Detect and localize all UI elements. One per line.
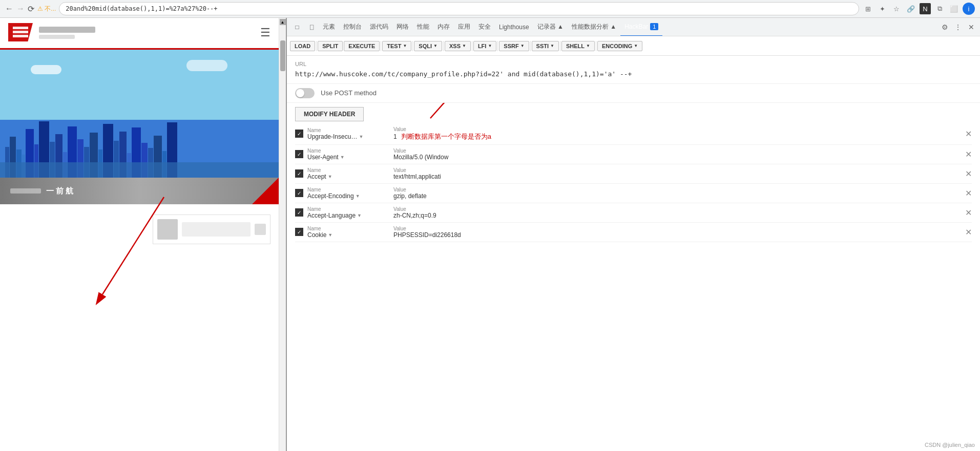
header-name-1: User-Agent <box>307 154 339 161</box>
url-value[interactable]: http://www.huscoke.com/tc/company_profil… <box>295 69 972 79</box>
header-checkbox-0[interactable]: ✓ <box>295 130 303 138</box>
user-avatar[interactable]: i <box>963 3 975 15</box>
hero-image <box>0 50 279 178</box>
svg-rect-2 <box>13 35 28 37</box>
header-checkbox-4[interactable]: ✓ <box>295 208 303 217</box>
tab-memory[interactable]: 内存 <box>433 18 454 36</box>
header-name-5: Cookie <box>307 231 326 239</box>
header-checkbox-2[interactable]: ✓ <box>295 169 303 178</box>
hackbar-shell-btn[interactable]: SHELL▼ <box>561 41 595 51</box>
tab-recorder[interactable]: 记录器 ▲ <box>533 18 568 36</box>
browser-icon-1[interactable]: ⊞ <box>862 3 873 14</box>
header-name-3: Accept-Encoding <box>307 192 354 200</box>
tab-network[interactable]: 网络 <box>392 18 413 36</box>
browser-icon-6[interactable]: ⧉ <box>934 3 945 14</box>
header-name-0: Upgrade-Insecu… <box>307 133 357 140</box>
tab-lighthouse[interactable]: Lighthouse <box>495 18 533 36</box>
reload-button[interactable]: ⟳ <box>28 4 34 14</box>
header-row-2: ✓ Name Accept ▼ Value text/html,applicat… <box>295 164 972 184</box>
banner-text: 一 前 航 <box>46 186 73 196</box>
annotation-text-0: 判断数据库第一个字母是否为a <box>401 132 491 141</box>
header-value-0: 1 <box>393 133 397 140</box>
forward-button[interactable]: → <box>16 4 25 13</box>
url-label: URL <box>295 61 972 67</box>
header-delete-1[interactable]: ✕ <box>965 149 972 159</box>
devtools-more[interactable]: ⋮ <box>952 22 964 33</box>
webpage-content: ☰ <box>0 18 279 451</box>
tab-performance[interactable]: 性能 <box>413 18 433 36</box>
tab-elements[interactable]: 元素 <box>319 18 339 36</box>
hackbar-ssrf-btn[interactable]: SSRF▼ <box>499 41 529 51</box>
header-delete-0[interactable]: ✕ <box>965 129 972 139</box>
header-checkbox-5[interactable]: ✓ <box>295 228 303 236</box>
hackbar-split-btn[interactable]: SPLIT <box>318 41 343 51</box>
hackbar-execute-btn[interactable]: EXECUTE <box>344 41 380 51</box>
address-bar[interactable]: 20and%20mid(database(),1,1)=%27a%27%20--… <box>59 2 859 15</box>
header-row-0: ✓ Name Upgrade-Insecu… ▼ Value 1 <box>295 123 972 145</box>
devtools-settings[interactable]: ⚙ <box>939 22 950 33</box>
post-method-toggle[interactable] <box>295 88 315 98</box>
devtools-icon-1[interactable]: □ <box>290 20 304 34</box>
header-delete-3[interactable]: ✕ <box>965 188 972 198</box>
browser-icon-4[interactable]: 🔗 <box>905 3 916 14</box>
hackbar-load-btn[interactable]: LOAD <box>290 41 315 51</box>
header-name-2: Accept <box>307 173 326 180</box>
browser-icon-2[interactable]: ✦ <box>877 3 888 14</box>
hackbar-sqli-btn[interactable]: SQLI▼ <box>414 41 442 51</box>
devtools-panel: □ ⎕ 元素 控制台 源代码 网络 性能 内存 应用 安全 Lighthouse… <box>287 18 980 451</box>
header-row-5: ✓ Name Cookie ▼ Value PHPSESSID=di226618… <box>295 223 972 242</box>
tab-console[interactable]: 控制台 <box>339 18 366 36</box>
header-row-3: ✓ Name Accept-Encoding ▼ Value gzip, def… <box>295 184 972 203</box>
back-button[interactable]: ← <box>5 4 13 13</box>
browser-icon-3[interactable]: ☆ <box>891 3 902 14</box>
hackbar-lfi-btn[interactable]: LFI▼ <box>473 41 496 51</box>
hackbar-encoding-btn[interactable]: ENCODING▼ <box>597 41 642 51</box>
header-name-4: Accept-Language <box>307 212 356 219</box>
devtools-close[interactable]: ✕ <box>966 22 977 33</box>
header-row-1: ✓ Name User-Agent ▼ Value Mozilla/5.0 (W… <box>295 145 972 164</box>
header-checkbox-1[interactable]: ✓ <box>295 150 303 158</box>
browser-icon-7[interactable]: ⬜ <box>948 3 960 14</box>
header-delete-5[interactable]: ✕ <box>965 227 972 237</box>
header-value-3: gzip, deflate <box>393 192 961 200</box>
tab-security[interactable]: 安全 <box>474 18 495 36</box>
devtools-icon-2[interactable]: ⎕ <box>304 20 319 34</box>
warning-icon: ⚠ 不... <box>37 5 56 13</box>
tab-performance-insights[interactable]: 性能数据分析 ▲ <box>568 18 620 36</box>
header-delete-4[interactable]: ✕ <box>965 208 972 218</box>
header-checkbox-3[interactable]: ✓ <box>295 189 303 197</box>
svg-rect-0 <box>13 27 28 29</box>
tab-sources[interactable]: 源代码 <box>366 18 392 36</box>
header-value-4: zh-CN,zh;q=0.9 <box>393 212 961 219</box>
hackbar-ssti-btn[interactable]: SSTI▼ <box>532 41 559 51</box>
browser-icon-5[interactable]: N <box>920 3 931 14</box>
hackbar-xss-btn[interactable]: XSS▼ <box>445 41 471 51</box>
header-delete-2[interactable]: ✕ <box>965 169 972 179</box>
hamburger-menu[interactable]: ☰ <box>260 26 270 39</box>
svg-line-6 <box>430 103 471 118</box>
company-logo <box>8 23 34 42</box>
post-method-label: Use POST method <box>321 89 377 97</box>
csdn-watermark: CSDN @julien_qiao <box>925 442 975 448</box>
tab-application[interactable]: 应用 <box>454 18 474 36</box>
header-row-4: ✓ Name Accept-Language ▼ Value zh-CN,zh;… <box>295 203 972 223</box>
header-value-1: Mozilla/5.0 (Window <box>393 154 961 161</box>
svg-rect-1 <box>13 31 28 33</box>
modify-header-btn[interactable]: MODIFY HEADER <box>295 107 364 121</box>
content-section <box>0 204 279 358</box>
header-value-5: PHPSESSID=di226618d <box>393 231 961 239</box>
tab-hackbar[interactable]: HackBar 1 <box>620 18 662 36</box>
hackbar-test-btn[interactable]: TEST▼ <box>382 41 411 51</box>
header-value-2: text/html,applicati <box>393 173 961 180</box>
